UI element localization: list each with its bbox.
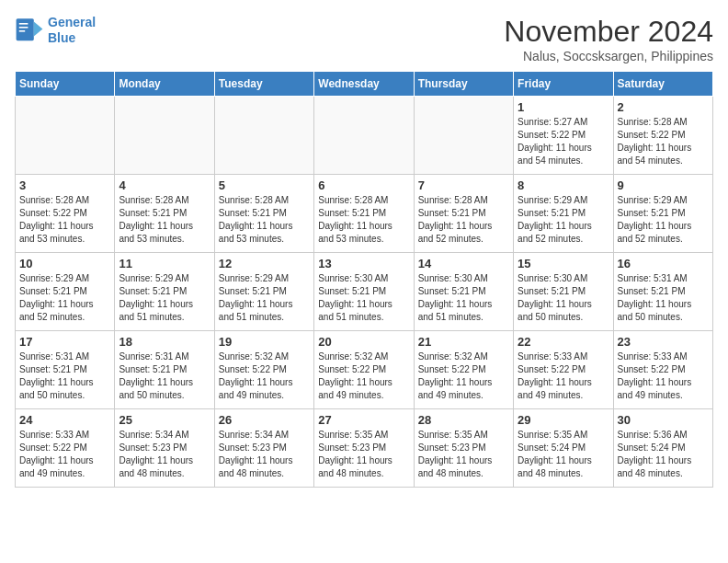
day-number: 5 (219, 178, 310, 192)
week-row-5: 24Sunrise: 5:33 AMSunset: 5:22 PMDayligh… (16, 409, 713, 488)
day-info: Sunrise: 5:31 AMSunset: 5:21 PMDaylight:… (119, 350, 210, 402)
day-info: Sunrise: 5:34 AMSunset: 5:23 PMDaylight:… (119, 429, 210, 480)
calendar-cell: 11Sunrise: 5:29 AMSunset: 5:21 PMDayligh… (115, 253, 214, 331)
day-info: Sunrise: 5:36 AMSunset: 5:24 PMDaylight:… (618, 429, 709, 480)
day-number: 13 (318, 257, 409, 270)
col-header-monday: Monday (115, 72, 214, 97)
day-info: Sunrise: 5:29 AMSunset: 5:21 PMDaylight:… (219, 272, 310, 324)
day-info: Sunrise: 5:29 AMSunset: 5:21 PMDaylight:… (518, 194, 609, 246)
day-info: Sunrise: 5:33 AMSunset: 5:22 PMDaylight:… (19, 429, 110, 480)
day-info: Sunrise: 5:34 AMSunset: 5:23 PMDaylight:… (219, 429, 310, 480)
calendar-cell (414, 97, 513, 175)
day-info: Sunrise: 5:33 AMSunset: 5:22 PMDaylight:… (518, 350, 609, 402)
svg-rect-0 (17, 18, 34, 40)
day-number: 26 (219, 413, 310, 427)
col-header-wednesday: Wednesday (314, 72, 414, 97)
day-number: 27 (318, 413, 409, 427)
day-number: 11 (119, 257, 210, 270)
day-info: Sunrise: 5:29 AMSunset: 5:21 PMDaylight:… (19, 272, 110, 324)
day-info: Sunrise: 5:28 AMSunset: 5:22 PMDaylight:… (19, 194, 110, 246)
day-number: 25 (119, 413, 210, 427)
calendar-cell: 9Sunrise: 5:29 AMSunset: 5:21 PMDaylight… (613, 175, 712, 253)
svg-marker-1 (34, 21, 43, 36)
location: Nalus, Soccsksargen, Philippines (504, 49, 713, 63)
day-info: Sunrise: 5:35 AMSunset: 5:23 PMDaylight:… (318, 429, 409, 480)
calendar-cell: 30Sunrise: 5:36 AMSunset: 5:24 PMDayligh… (613, 409, 712, 488)
day-number: 29 (518, 413, 609, 427)
calendar-cell: 19Sunrise: 5:32 AMSunset: 5:22 PMDayligh… (214, 331, 313, 409)
col-header-thursday: Thursday (414, 72, 513, 97)
day-number: 18 (119, 335, 210, 349)
calendar-cell: 14Sunrise: 5:30 AMSunset: 5:21 PMDayligh… (414, 253, 513, 331)
svg-rect-3 (19, 27, 28, 29)
calendar-cell: 23Sunrise: 5:33 AMSunset: 5:22 PMDayligh… (613, 331, 712, 409)
day-number: 12 (219, 257, 310, 270)
calendar-cell: 29Sunrise: 5:35 AMSunset: 5:24 PMDayligh… (514, 409, 613, 488)
week-row-4: 17Sunrise: 5:31 AMSunset: 5:21 PMDayligh… (16, 331, 713, 409)
calendar-cell: 5Sunrise: 5:28 AMSunset: 5:21 PMDaylight… (214, 175, 313, 253)
svg-rect-2 (19, 23, 28, 25)
day-number: 17 (19, 335, 110, 349)
day-number: 30 (618, 413, 709, 427)
col-header-saturday: Saturday (613, 72, 712, 97)
calendar-cell: 18Sunrise: 5:31 AMSunset: 5:21 PMDayligh… (115, 331, 214, 409)
day-info: Sunrise: 5:28 AMSunset: 5:21 PMDaylight:… (119, 194, 210, 246)
day-number: 8 (518, 178, 609, 192)
day-info: Sunrise: 5:31 AMSunset: 5:21 PMDaylight:… (19, 350, 110, 402)
day-info: Sunrise: 5:29 AMSunset: 5:21 PMDaylight:… (618, 194, 709, 246)
calendar-cell (115, 97, 214, 175)
calendar-table: SundayMondayTuesdayWednesdayThursdayFrid… (15, 71, 713, 488)
day-info: Sunrise: 5:33 AMSunset: 5:22 PMDaylight:… (618, 350, 709, 402)
day-info: Sunrise: 5:28 AMSunset: 5:22 PMDaylight:… (618, 116, 709, 167)
month-title: November 2024 (504, 15, 713, 49)
calendar-cell: 8Sunrise: 5:29 AMSunset: 5:21 PMDaylight… (514, 175, 613, 253)
calendar-header-row: SundayMondayTuesdayWednesdayThursdayFrid… (16, 72, 713, 97)
day-number: 28 (418, 413, 509, 427)
calendar-cell (16, 97, 115, 175)
col-header-tuesday: Tuesday (214, 72, 313, 97)
day-info: Sunrise: 5:35 AMSunset: 5:23 PMDaylight:… (418, 429, 509, 480)
day-number: 2 (618, 100, 709, 114)
logo-line2: Blue (48, 30, 75, 45)
day-number: 4 (119, 178, 210, 192)
calendar-cell: 15Sunrise: 5:30 AMSunset: 5:21 PMDayligh… (514, 253, 613, 331)
calendar-cell: 12Sunrise: 5:29 AMSunset: 5:21 PMDayligh… (214, 253, 313, 331)
day-info: Sunrise: 5:28 AMSunset: 5:21 PMDaylight:… (418, 194, 509, 246)
col-header-friday: Friday (514, 72, 613, 97)
day-info: Sunrise: 5:30 AMSunset: 5:21 PMDaylight:… (418, 272, 509, 324)
day-number: 10 (19, 257, 110, 270)
day-info: Sunrise: 5:31 AMSunset: 5:21 PMDaylight:… (618, 272, 709, 324)
calendar-cell: 21Sunrise: 5:32 AMSunset: 5:22 PMDayligh… (414, 331, 513, 409)
page-header: General Blue November 2024 Nalus, Soccsk… (15, 15, 713, 63)
calendar-cell: 3Sunrise: 5:28 AMSunset: 5:22 PMDaylight… (16, 175, 115, 253)
day-number: 23 (618, 335, 709, 349)
calendar-cell: 26Sunrise: 5:34 AMSunset: 5:23 PMDayligh… (214, 409, 313, 488)
calendar-cell: 28Sunrise: 5:35 AMSunset: 5:23 PMDayligh… (414, 409, 513, 488)
calendar-cell (314, 97, 414, 175)
day-number: 20 (318, 335, 409, 349)
day-info: Sunrise: 5:32 AMSunset: 5:22 PMDaylight:… (418, 350, 509, 402)
day-number: 16 (618, 257, 709, 270)
week-row-1: 1Sunrise: 5:27 AMSunset: 5:22 PMDaylight… (16, 97, 713, 175)
calendar-cell: 17Sunrise: 5:31 AMSunset: 5:21 PMDayligh… (16, 331, 115, 409)
day-info: Sunrise: 5:35 AMSunset: 5:24 PMDaylight:… (518, 429, 609, 480)
day-number: 22 (518, 335, 609, 349)
calendar-cell: 4Sunrise: 5:28 AMSunset: 5:21 PMDaylight… (115, 175, 214, 253)
logo-line1: General (48, 15, 96, 29)
day-number: 6 (318, 178, 409, 192)
week-row-3: 10Sunrise: 5:29 AMSunset: 5:21 PMDayligh… (16, 253, 713, 331)
calendar-cell: 1Sunrise: 5:27 AMSunset: 5:22 PMDaylight… (514, 97, 613, 175)
calendar-cell: 6Sunrise: 5:28 AMSunset: 5:21 PMDaylight… (314, 175, 414, 253)
calendar-cell: 25Sunrise: 5:34 AMSunset: 5:23 PMDayligh… (115, 409, 214, 488)
calendar-cell: 16Sunrise: 5:31 AMSunset: 5:21 PMDayligh… (613, 253, 712, 331)
day-info: Sunrise: 5:28 AMSunset: 5:21 PMDaylight:… (219, 194, 310, 246)
day-number: 21 (418, 335, 509, 349)
day-info: Sunrise: 5:32 AMSunset: 5:22 PMDaylight:… (318, 350, 409, 402)
logo-text: General Blue (48, 15, 96, 46)
day-info: Sunrise: 5:30 AMSunset: 5:21 PMDaylight:… (518, 272, 609, 324)
calendar-cell: 20Sunrise: 5:32 AMSunset: 5:22 PMDayligh… (314, 331, 414, 409)
calendar-cell (214, 97, 313, 175)
title-block: November 2024 Nalus, Soccsksargen, Phili… (504, 15, 713, 63)
calendar-cell: 22Sunrise: 5:33 AMSunset: 5:22 PMDayligh… (514, 331, 613, 409)
day-number: 9 (618, 178, 709, 192)
